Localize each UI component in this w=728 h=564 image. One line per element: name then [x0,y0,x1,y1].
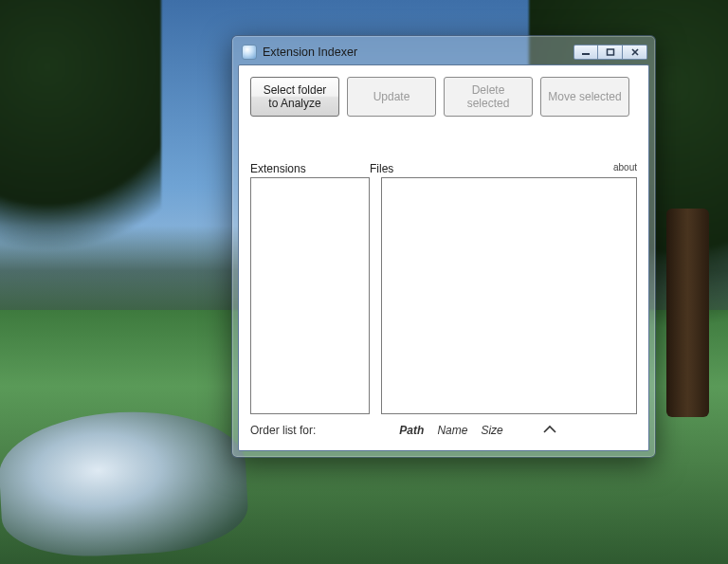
select-folder-button[interactable]: Select folder to Analyze [250,77,339,117]
extensions-label: Extensions [250,162,370,175]
files-listbox[interactable] [381,177,637,414]
order-name[interactable]: Name [437,424,467,437]
order-path[interactable]: Path [399,424,424,437]
minimize-button[interactable] [573,45,598,60]
update-button[interactable]: Update [347,77,436,117]
about-link[interactable]: about [613,162,637,175]
delete-selected-button[interactable]: Delete selected [444,77,533,117]
files-label: Files [370,162,393,175]
order-list-label: Order list for: [250,424,316,437]
minimize-icon [581,48,591,56]
window-controls [573,45,647,60]
window-title: Extension Indexer [263,45,568,59]
client-area: Select folder to Analyze Update Delete s… [238,64,649,451]
maximize-icon [606,48,615,56]
desktop-tree-left [0,0,161,265]
close-icon [630,48,640,56]
chevron-up-icon [543,425,556,434]
maximize-button[interactable] [598,45,623,60]
app-window: Extension Indexer Select folder to Analy… [231,35,656,458]
move-selected-button[interactable]: Move selected [540,77,629,117]
order-row: Order list for: Path Name Size [250,424,637,437]
close-button[interactable] [623,45,647,60]
extensions-listbox[interactable] [250,177,370,414]
order-size[interactable]: Size [481,424,502,437]
titlebar[interactable]: Extension Indexer [238,42,649,63]
svg-rect-1 [607,49,613,55]
app-icon [242,45,257,60]
order-tabs: Path Name Size [399,424,502,437]
sort-direction-button[interactable] [543,424,556,437]
desktop-trunk [666,209,709,417]
toolbar: Select folder to Analyze Update Delete s… [250,77,637,117]
